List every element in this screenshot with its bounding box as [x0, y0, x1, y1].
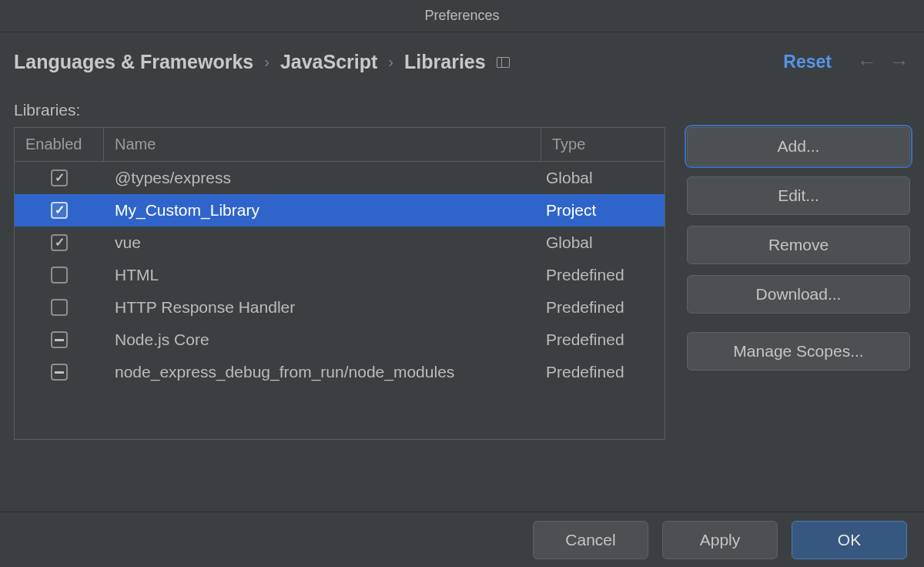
libraries-table: Enabled Name Type @types/expressGlobalMy… — [14, 127, 665, 440]
table-row[interactable]: HTTP Response HandlerPredefined — [15, 291, 665, 324]
cell-enabled — [15, 267, 104, 284]
forward-arrow-icon: → — [889, 52, 910, 73]
manage-scopes-button[interactable]: Manage Scopes... — [687, 332, 910, 371]
checkbox[interactable] — [51, 331, 68, 348]
apply-button[interactable]: Apply — [662, 521, 778, 559]
cancel-button[interactable]: Cancel — [533, 521, 648, 559]
table-row[interactable]: vueGlobal — [15, 226, 665, 259]
breadcrumb-item-javascript[interactable]: JavaScript — [280, 51, 377, 73]
cell-type: Global — [541, 169, 665, 187]
table-row[interactable]: @types/expressGlobal — [15, 162, 665, 194]
checkbox[interactable] — [51, 202, 68, 219]
cell-enabled — [15, 169, 104, 186]
cell-enabled — [15, 331, 104, 348]
checkbox[interactable] — [51, 267, 68, 284]
table-row[interactable]: HTMLPredefined — [15, 259, 665, 291]
column-header-name[interactable]: Name — [104, 128, 541, 161]
table-body: @types/expressGlobalMy_Custom_LibraryPro… — [15, 162, 665, 439]
cell-type: Project — [541, 201, 665, 220]
table-row[interactable]: My_Custom_LibraryProject — [15, 194, 665, 226]
reset-link[interactable]: Reset — [783, 52, 832, 72]
breadcrumb-item-languages-frameworks[interactable]: Languages & Frameworks — [14, 51, 253, 73]
cell-name: HTML — [104, 266, 541, 284]
cell-enabled — [15, 299, 104, 316]
cell-name: node_express_debug_from_run/node_modules — [104, 363, 541, 381]
breadcrumb-bar: Languages & Frameworks › JavaScript › Li… — [0, 32, 924, 92]
table-row[interactable]: Node.js CorePredefined — [15, 324, 665, 356]
cell-enabled — [15, 202, 104, 219]
cell-name: HTTP Response Handler — [104, 298, 541, 317]
checkbox[interactable] — [51, 234, 68, 251]
download-button[interactable]: Download... — [687, 275, 910, 314]
back-arrow-icon: ← — [856, 52, 878, 73]
breadcrumb-item-libraries[interactable]: Libraries — [404, 51, 486, 73]
breadcrumb: Languages & Frameworks › JavaScript › Li… — [14, 51, 772, 73]
cell-enabled — [15, 234, 104, 251]
checkbox[interactable] — [51, 364, 68, 381]
chevron-right-icon: › — [264, 53, 270, 71]
column-header-enabled[interactable]: Enabled — [15, 128, 104, 161]
checkbox[interactable] — [51, 299, 68, 316]
section-label: Libraries: — [14, 101, 665, 119]
dialog-footer: Cancel Apply OK — [0, 512, 924, 567]
cell-name: Node.js Core — [104, 330, 541, 349]
cell-type: Global — [541, 233, 665, 252]
remove-button[interactable]: Remove — [687, 226, 910, 264]
window-titlebar: Preferences — [0, 0, 924, 32]
table-row[interactable]: node_express_debug_from_run/node_modules… — [15, 356, 665, 388]
column-header-type[interactable]: Type — [541, 128, 665, 161]
edit-button[interactable]: Edit... — [687, 176, 910, 215]
cell-name: @types/express — [104, 169, 541, 187]
cell-type: Predefined — [541, 363, 665, 381]
ok-button[interactable]: OK — [792, 521, 907, 559]
cell-type: Predefined — [541, 298, 665, 317]
chevron-right-icon: › — [388, 53, 393, 71]
window-title: Preferences — [424, 8, 499, 24]
cell-type: Predefined — [541, 266, 665, 284]
cell-name: My_Custom_Library — [104, 201, 541, 220]
table-header: Enabled Name Type — [15, 128, 665, 162]
cell-name: vue — [104, 233, 541, 252]
checkbox[interactable] — [51, 169, 68, 186]
add-button[interactable]: Add... — [687, 127, 910, 166]
cell-type: Predefined — [541, 330, 665, 349]
cell-enabled — [15, 364, 104, 381]
separate-window-icon[interactable] — [497, 57, 510, 68]
